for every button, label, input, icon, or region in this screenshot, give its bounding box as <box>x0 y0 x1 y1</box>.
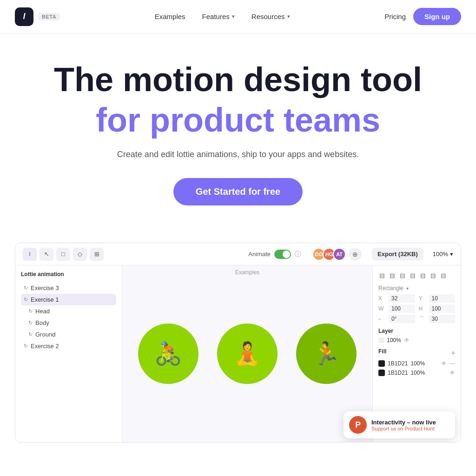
w-value[interactable]: 100 <box>389 304 415 313</box>
running-icon: 🏃 <box>312 341 340 367</box>
navbar-left: l BETA <box>15 7 60 26</box>
fill-opacity-value[interactable]: 100% <box>410 360 425 367</box>
x-value[interactable]: 32 <box>389 294 415 303</box>
visibility-icon[interactable]: 👁 <box>404 337 410 344</box>
w-label: W <box>378 305 385 312</box>
align-bottom-icon[interactable]: ⊟ <box>430 271 437 280</box>
layer-item[interactable]: ↻ Exercise 3 <box>21 282 116 294</box>
opacity-swatch <box>378 337 384 343</box>
tool-logo[interactable]: l <box>23 248 37 261</box>
ph-subtitle: Support us on Product Hunt <box>371 426 436 431</box>
layer-icon: ↻ <box>28 331 33 337</box>
layer-icon: ↻ <box>28 308 33 314</box>
ph-title: Interactivity – now live <box>371 419 436 426</box>
nav-pricing[interactable]: Pricing <box>384 13 406 20</box>
y-label: Y <box>419 295 425 302</box>
ph-text: Interactivity – now live Support us on P… <box>371 419 436 431</box>
tool-grid[interactable]: ⊞ <box>90 248 104 261</box>
avatar-group: DO HG AT ⊕ <box>312 248 362 261</box>
tool-tag[interactable]: ◇ <box>73 248 87 261</box>
distribute-icon[interactable]: ⊟ <box>440 271 447 280</box>
fill-header: Fill + <box>378 348 455 357</box>
layer-item[interactable]: ↻ Exercise 2 <box>21 340 116 352</box>
product-hunt-icon: P <box>349 416 367 434</box>
signup-button[interactable]: Sign up <box>413 8 461 25</box>
layer-icon: ↻ <box>24 297 28 303</box>
add-user-icon[interactable]: ⊕ <box>349 248 362 261</box>
fill-row-1: 1B1D21 100% 👁 — <box>378 360 455 367</box>
tool-cursor[interactable]: ↖ <box>40 248 53 261</box>
align-center-v-icon[interactable]: ⊟ <box>419 271 427 280</box>
hero-title-line1: The motion design tool <box>9 61 467 98</box>
fill-section: Fill + 1B1D21 100% 👁 — 1B1D21 100% <box>378 348 455 376</box>
layer-icon: ↻ <box>24 285 28 291</box>
align-top-icon[interactable]: ⊟ <box>409 271 416 280</box>
animate-label: Animate <box>248 251 271 258</box>
exercise-circle-stretching: 🧘 <box>217 324 278 384</box>
beta-badge: BETA <box>38 13 60 20</box>
nav-examples[interactable]: Examples <box>155 13 185 20</box>
animate-toggle-group: Animate ⓘ <box>248 250 301 259</box>
shape-properties: Rectangle ▾ X 32 Y 10 W 100 H 100 ⌐ <box>378 285 455 323</box>
prop-w-row: W 100 H 100 <box>378 304 455 313</box>
h-value[interactable]: 100 <box>429 304 456 313</box>
radius-label: ⌒ <box>419 315 425 323</box>
exercise-circle-running: 🏃 <box>296 324 357 384</box>
export-button[interactable]: Export (32KB) <box>372 248 423 260</box>
prop-x-row: X 32 Y 10 <box>378 294 455 303</box>
product-hunt-banner[interactable]: P Interactivity – now live Support us on… <box>344 411 455 438</box>
fill-opacity-value-2[interactable]: 100% <box>410 370 425 376</box>
nav-features[interactable]: Features ▾ <box>202 13 235 20</box>
corner-value[interactable]: 0° <box>389 315 415 323</box>
fill-label: Fill <box>378 348 386 355</box>
cta-button[interactable]: Get Started for free <box>173 178 303 205</box>
fill-hex-value-2[interactable]: 1B1D21 <box>388 370 408 376</box>
fill-visibility-icon-2[interactable]: 👁 <box>450 370 455 376</box>
layer-item[interactable]: ↻ Head <box>21 305 116 317</box>
navbar: l BETA Examples Features ▾ Resources ▾ P… <box>0 0 476 33</box>
layers-panel: Lottie animation ↻ Exercise 3 ↻ Exercise… <box>15 265 122 442</box>
zoom-control[interactable]: 100% ▾ <box>433 251 453 258</box>
cycling-icon: 🚴 <box>154 341 182 367</box>
align-right-icon[interactable]: ⊟ <box>399 271 406 280</box>
exercise-circle-cycling: 🚴 <box>138 324 198 384</box>
hero-title-line2: for product teams <box>9 102 467 139</box>
hero-subtitle: Create and edit lottie animations, ship … <box>9 150 467 159</box>
radius-value[interactable]: 30 <box>429 315 456 323</box>
canvas-label: Examples <box>235 269 260 276</box>
layer-item[interactable]: ↻ Body <box>21 317 116 329</box>
logo-icon[interactable]: l <box>15 7 33 26</box>
chevron-down-icon: ▾ <box>450 251 453 258</box>
fill-remove-icon[interactable]: — <box>450 360 455 367</box>
opacity-value[interactable]: 100% <box>387 337 401 344</box>
exercise-circles: 🚴 🧘 🏃 <box>122 265 372 442</box>
tool-shape[interactable]: □ <box>56 248 70 261</box>
nav-resources[interactable]: Resources ▾ <box>251 13 290 20</box>
fill-row-2: 1B1D21 100% 👁 <box>378 370 455 376</box>
corner-label: ⌐ <box>378 316 385 322</box>
y-value[interactable]: 10 <box>429 294 456 303</box>
avatar-at: AT <box>333 248 346 261</box>
canvas-area: Examples 🚴 🧘 🏃 <box>122 265 372 442</box>
hero-section: The motion design tool for product teams… <box>0 33 476 224</box>
align-center-h-icon[interactable]: ⊟ <box>389 271 396 280</box>
fill-actions-2: 👁 <box>450 370 455 376</box>
fill-color-swatch <box>378 360 385 367</box>
mock-toolbar: l ↖ □ ◇ ⊞ Animate ⓘ DO HG AT ⊕ Export (3… <box>15 243 461 265</box>
fill-visibility-icon[interactable]: 👁 <box>441 360 447 367</box>
fill-hex-value[interactable]: 1B1D21 <box>388 360 408 367</box>
chevron-down-icon: ▾ <box>232 13 235 20</box>
layer-icon: ↻ <box>28 320 33 326</box>
align-left-icon[interactable]: ⊟ <box>378 271 386 280</box>
shape-label: Rectangle ▾ <box>378 285 455 291</box>
layer-item[interactable]: ↻ Exercise 1 <box>21 294 116 305</box>
animate-switch[interactable] <box>274 250 291 259</box>
chevron-down-icon: ▾ <box>406 286 409 291</box>
add-fill-icon[interactable]: + <box>451 349 455 357</box>
chevron-down-icon: ▾ <box>287 13 290 20</box>
stretching-icon: 🧘 <box>233 341 261 367</box>
layers-panel-title: Lottie animation <box>21 271 116 278</box>
navbar-center: Examples Features ▾ Resources ▾ <box>155 13 290 20</box>
app-mockup: l ↖ □ ◇ ⊞ Animate ⓘ DO HG AT ⊕ Export (3… <box>15 243 461 443</box>
layer-item[interactable]: ↻ Ground <box>21 329 116 340</box>
